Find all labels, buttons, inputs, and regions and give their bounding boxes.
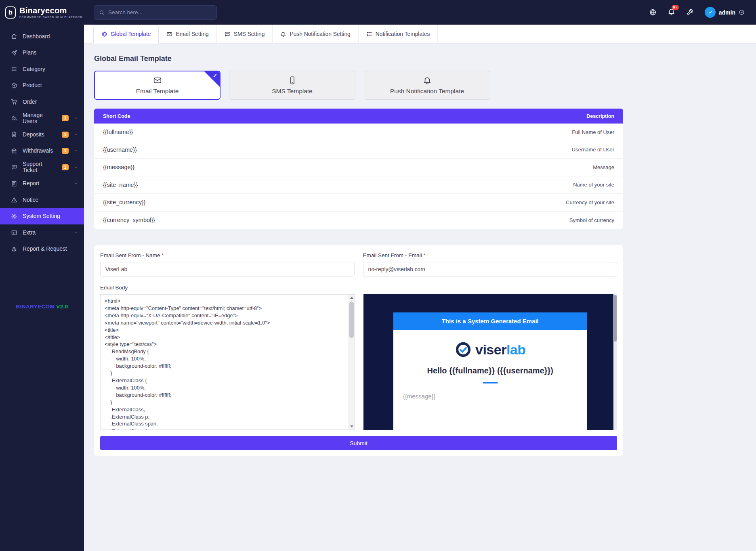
search-icon <box>99 10 105 15</box>
tab-global-template[interactable]: Global Template <box>93 25 159 44</box>
sidebar-item-label: Notice <box>23 197 38 203</box>
email-body-label: Email Body <box>100 285 617 291</box>
wrench-icon[interactable] <box>686 8 694 16</box>
viserlab-logo-icon <box>455 341 472 358</box>
app-version: BINARYECOM V2.0 <box>0 304 84 310</box>
sidebar-item-extra[interactable]: Extra <box>0 224 84 241</box>
sidebar-item-label: Category <box>23 66 45 72</box>
envelope-icon <box>153 76 162 85</box>
tab-notification-templates[interactable]: Notification Templates <box>359 25 438 43</box>
sent-from-name-label: Email Sent From - Name * <box>100 252 355 258</box>
notifications-button[interactable]: 9+ <box>668 8 675 17</box>
sms-icon <box>225 31 231 37</box>
scrollbar-thumb[interactable] <box>349 302 354 338</box>
email-template-card[interactable]: ✓ Email Template <box>94 71 220 100</box>
sidebar: b Binaryecom ECOMMERCE BASED MLM PLATFOR… <box>0 0 84 551</box>
users-icon <box>11 115 17 122</box>
sent-from-name-input[interactable] <box>100 262 355 277</box>
list-icon <box>366 31 372 37</box>
sidebar-item-report[interactable]: Report <box>0 176 84 192</box>
version-brand: BINARYECOM <box>16 304 55 310</box>
bank-icon <box>11 148 17 154</box>
tab-push-notification-setting[interactable]: Push Notification Setting <box>273 25 358 43</box>
tab-label: Global Template <box>111 31 151 37</box>
sidebar-item-label: Manage Users <box>23 112 57 124</box>
editor-scrollbar[interactable] <box>349 295 355 429</box>
table-row: {{site_currency}} Currency of your site <box>94 194 623 212</box>
chevron-down-icon <box>74 149 78 153</box>
sidebar-item-product[interactable]: Product <box>0 78 84 94</box>
preview-scrollbar[interactable] <box>613 294 617 430</box>
sms-template-card[interactable]: SMS Template <box>229 71 355 100</box>
sidebar-item-dashboard[interactable]: Dashboard <box>0 28 84 45</box>
sidebar-item-report-request[interactable]: Report & Request <box>0 241 84 258</box>
sidebar-item-notice[interactable]: Notice <box>0 192 84 208</box>
selected-corner <box>204 71 220 87</box>
cart-icon <box>11 98 17 105</box>
topbar: 9+ admin <box>84 0 756 25</box>
category-list-icon <box>11 66 17 72</box>
search-input[interactable] <box>108 9 212 15</box>
sidebar-item-withdrawals[interactable]: Withdrawals 1 <box>0 143 84 159</box>
chevron-circle-icon <box>739 9 745 15</box>
table-row: {{fullname}} Full Name of User <box>94 124 623 141</box>
shortcode-table: Short Code Description {{fullname}} Full… <box>94 109 623 229</box>
count-badge: 1 <box>62 148 69 154</box>
preview-divider <box>483 382 498 383</box>
table-row: {{message}} Message <box>94 159 623 176</box>
tab-email-setting[interactable]: Email Setting <box>159 25 216 43</box>
sent-from-email-label: Email Sent From - Email * <box>363 252 617 258</box>
sent-from-email-input[interactable] <box>363 262 617 277</box>
sidebar-item-label: Product <box>23 82 42 88</box>
shortcode-value: {{fullname}} <box>103 129 133 135</box>
grid-icon <box>11 229 17 236</box>
push-notification-template-card[interactable]: Push Notification Template <box>364 71 490 100</box>
viserlab-logo: viserlab <box>403 341 578 358</box>
user-menu[interactable]: admin <box>705 7 745 18</box>
app: b Binaryecom ECOMMERCE BASED MLM PLATFOR… <box>0 0 756 551</box>
sidebar-item-category[interactable]: Category <box>0 61 84 78</box>
sidebar-item-label: System Setting <box>23 213 60 219</box>
tab-sms-setting[interactable]: SMS Setting <box>217 25 273 43</box>
required-mark: * <box>424 252 426 258</box>
brand-logo[interactable]: b Binaryecom ECOMMERCE BASED MLM PLATFOR… <box>0 0 84 25</box>
scrollbar-thumb[interactable] <box>614 295 617 341</box>
sidebar-item-plans[interactable]: Plans <box>0 45 84 61</box>
bug-icon <box>11 246 17 252</box>
globe-icon[interactable] <box>649 8 657 16</box>
email-preview-card: This is a System Generated Email viserla… <box>393 312 587 430</box>
brand-logo-icon: b <box>5 6 16 19</box>
scroll-down-arrow[interactable] <box>349 423 355 429</box>
sidebar-item-order[interactable]: Order <box>0 94 84 110</box>
search-bar[interactable] <box>94 5 217 20</box>
avatar <box>705 7 716 18</box>
sidebar-item-support-ticket[interactable]: Support Ticket 1 <box>0 159 84 176</box>
sidebar-item-label: Report <box>23 180 39 186</box>
table-row: {{username}} Username of User <box>94 141 623 159</box>
shortcode-value: {{site_currency}} <box>103 199 146 205</box>
email-body-textarea[interactable]: <html> <meta http-equiv="Content-Type" c… <box>101 295 355 429</box>
envelope-icon <box>166 31 172 37</box>
scroll-up-arrow[interactable] <box>349 295 355 301</box>
sidebar-item-deposits[interactable]: Deposits 1 <box>0 126 84 143</box>
sidebar-item-label: Withdrawals <box>23 148 53 154</box>
brand-tagline: ECOMMERCE BASED MLM PLATFORM <box>19 16 83 19</box>
sidebar-item-system-setting[interactable]: System Setting <box>0 208 84 225</box>
submit-button[interactable]: Submit <box>100 436 617 450</box>
template-type-cards: ✓ Email Template SMS Template Push Notif… <box>94 71 623 100</box>
logo-text-viser: viser <box>475 342 506 357</box>
user-name: admin <box>719 9 735 16</box>
page-title: Global Email Template <box>94 54 623 63</box>
count-badge: 1 <box>62 132 69 138</box>
page-content: Global Email Template ✓ Email Template S… <box>94 44 623 468</box>
label-text: Email Sent From - Name <box>100 252 160 258</box>
check-icon: ✓ <box>213 73 217 79</box>
shortcode-value: {{site_name}} <box>103 182 138 188</box>
card-label: Email Template <box>136 88 179 95</box>
warning-icon <box>11 197 17 203</box>
chevron-down-icon <box>74 116 78 120</box>
sidebar-item-label: Report & Request <box>23 246 67 252</box>
sidebar-item-manage-users[interactable]: Manage Users 1 <box>0 110 84 127</box>
sidebar-item-label: Order <box>23 99 37 105</box>
chevron-down-icon <box>74 165 78 170</box>
